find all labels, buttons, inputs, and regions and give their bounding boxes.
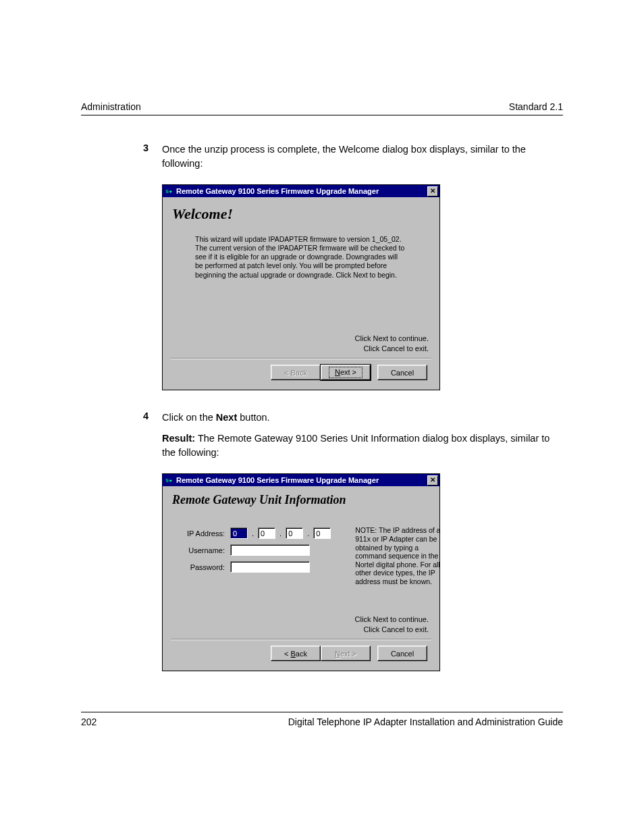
result-label: Result: bbox=[162, 433, 195, 444]
header-left: Administration bbox=[81, 101, 141, 112]
hint-next: Click Next to continue. bbox=[171, 615, 429, 625]
next-rest: ext > bbox=[340, 650, 356, 658]
header-right: Standard 2.1 bbox=[509, 101, 563, 112]
page-number: 202 bbox=[81, 716, 97, 727]
ip-dot: . bbox=[275, 529, 286, 538]
ip-octet-3[interactable]: 0 bbox=[286, 527, 303, 539]
s4-bold: Next bbox=[216, 412, 237, 423]
username-label: Username: bbox=[176, 546, 230, 554]
close-icon[interactable]: ✕ bbox=[427, 475, 438, 486]
hint-cancel: Click Cancel to exit. bbox=[171, 625, 429, 635]
ip-note: NOTE: The IP address of a 911x or IP Ada… bbox=[355, 526, 450, 585]
ip-dot: . bbox=[248, 529, 258, 538]
next-button[interactable]: Next > bbox=[321, 365, 371, 380]
hint-next: Click Next to continue. bbox=[171, 334, 429, 344]
titlebar: s❖ Remote Gateway 9100 Series Firmware U… bbox=[163, 185, 439, 197]
username-field[interactable] bbox=[230, 544, 310, 556]
next-underline: N bbox=[335, 367, 340, 377]
dialog-title: Remote Gateway 9100 Series Firmware Upgr… bbox=[176, 187, 427, 195]
step-number: 3 bbox=[81, 142, 162, 178]
password-field[interactable] bbox=[230, 561, 310, 573]
s4-post: button. bbox=[237, 412, 269, 423]
footer-title: Digital Telephone IP Adapter Installatio… bbox=[288, 716, 563, 727]
ip-octet-4[interactable]: 0 bbox=[313, 527, 331, 539]
ip-octet-1[interactable]: 0 bbox=[230, 527, 248, 539]
ip-dot: . bbox=[303, 529, 313, 538]
next-rest: ext > bbox=[340, 367, 356, 377]
result-text: The Remote Gateway 9100 Series Unit Info… bbox=[162, 433, 549, 458]
step-number: 4 bbox=[81, 411, 162, 467]
back-button[interactable]: < Back bbox=[271, 646, 321, 661]
back-button: < Back bbox=[271, 365, 321, 380]
next-underline: N bbox=[335, 650, 340, 658]
titlebar: s❖ Remote Gateway 9100 Series Firmware U… bbox=[163, 474, 439, 486]
welcome-dialog: s❖ Remote Gateway 9100 Series Firmware U… bbox=[162, 184, 440, 390]
next-button: Next > bbox=[321, 646, 371, 661]
back-rest: ack bbox=[296, 650, 307, 658]
s4-pre: Click on the bbox=[162, 412, 216, 423]
hint-cancel: Click Cancel to exit. bbox=[171, 344, 429, 354]
cancel-button[interactable]: Cancel bbox=[377, 646, 427, 661]
ip-label: IP Address: bbox=[176, 529, 230, 538]
ip-octet-2[interactable]: 0 bbox=[258, 527, 275, 539]
wizard-text: This wizard will update IPADAPTER firmwa… bbox=[195, 235, 407, 280]
password-label: Password: bbox=[176, 563, 230, 571]
back-underline: B bbox=[291, 650, 296, 658]
dialog-heading: Welcome! bbox=[172, 205, 431, 223]
dialog-title: Remote Gateway 9100 Series Firmware Upgr… bbox=[176, 476, 427, 484]
app-icon: s❖ bbox=[164, 475, 173, 485]
close-icon[interactable]: ✕ bbox=[427, 186, 438, 197]
app-icon: s❖ bbox=[164, 186, 173, 196]
step3-text: Once the unzip process is complete, the … bbox=[162, 142, 563, 171]
unit-info-dialog: s❖ Remote Gateway 9100 Series Firmware U… bbox=[162, 473, 440, 671]
dialog-heading: Remote Gateway Unit Information bbox=[172, 493, 431, 507]
cancel-button[interactable]: Cancel bbox=[377, 365, 427, 380]
step4-click: Click on the Next button. bbox=[162, 411, 563, 425]
back-pre: < bbox=[284, 650, 290, 658]
step4-result: Result: The Remote Gateway 9100 Series U… bbox=[162, 432, 563, 460]
